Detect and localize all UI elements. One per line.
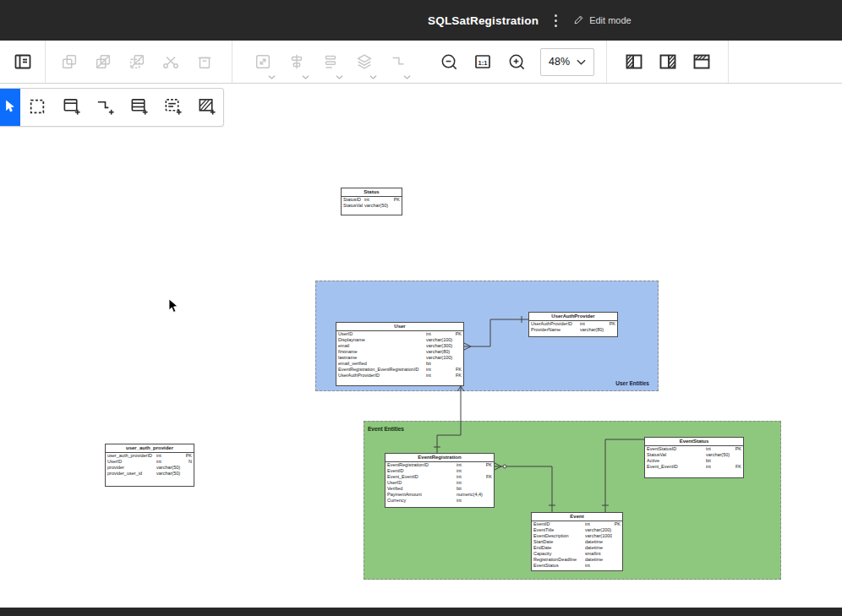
distribute-horizontal-button[interactable]: [280, 41, 314, 83]
column-name: StatusVal: [647, 452, 706, 458]
column-key: [612, 527, 621, 533]
entity-column-row: firstnamevarchar(80): [336, 349, 463, 355]
column-name: email_verified: [338, 361, 426, 367]
zoom-level-select[interactable]: 48%: [540, 48, 594, 76]
column-key: [453, 361, 462, 367]
edit-mode-label: Edit mode: [589, 15, 632, 25]
column-name: EndDate: [533, 545, 585, 551]
zoom-out-button[interactable]: [432, 41, 466, 83]
copy-style-button[interactable]: [86, 41, 120, 83]
entity-event[interactable]: EventEventIDintPKEventTitlevarchar(200)E…: [531, 512, 623, 571]
delete-button[interactable]: [188, 41, 221, 83]
entity-column-row: ProviderNamevarchar(80): [529, 327, 617, 333]
chevron-down-icon: [369, 75, 377, 79]
layers-button[interactable]: [347, 41, 381, 83]
column-type: int: [585, 563, 612, 569]
add-region-icon: [197, 96, 216, 118]
copy-button[interactable]: [52, 41, 86, 83]
left-panel-toggle[interactable]: [617, 41, 651, 83]
entity-column-row: email_verifiedbit: [336, 361, 463, 367]
cut-button[interactable]: [154, 41, 188, 83]
region-label: User Entities: [615, 380, 649, 386]
column-type: numeric(4,4): [457, 492, 484, 498]
column-name: StatusVal: [343, 203, 364, 209]
paste-style-button[interactable]: [120, 41, 154, 83]
entity-column-row: EventTitlevarchar(200): [532, 527, 622, 533]
column-key: [612, 545, 621, 551]
diagram-panel-button[interactable]: [0, 41, 45, 83]
marquee-select-tool[interactable]: [20, 89, 54, 126]
column-name: ProviderName: [531, 327, 580, 333]
entity-title: user_auth_provider: [106, 444, 194, 453]
entity-user-auth-provider[interactable]: user_auth_provideruser_auth_providerIDin…: [105, 444, 194, 487]
toolbar-divider: [606, 41, 607, 83]
svg-text:1:1: 1:1: [478, 59, 488, 67]
column-name: Displayname: [338, 337, 426, 343]
entity-userauthprovider[interactable]: UserAuthProviderUserAuthProviderIDintPKP…: [528, 312, 618, 337]
entity-eventstatus[interactable]: EventStatusEventStatusIDintPKStatusValva…: [644, 437, 744, 478]
entity-status[interactable]: StatusStatusIDintPKStatusValvarchar(50): [341, 188, 402, 215]
column-type: int: [706, 446, 733, 452]
top-panel-toggle[interactable]: [685, 41, 719, 83]
entity-column-row: UserAuthProviderIDintFK: [336, 373, 463, 379]
column-name: EventRegistration_EventRegistrationID: [338, 367, 426, 373]
select-tool[interactable]: [0, 89, 20, 126]
column-key: [612, 563, 621, 569]
column-name: EventID: [387, 468, 457, 474]
column-key: FK: [453, 373, 462, 379]
column-key: [484, 468, 492, 474]
entity-column-row: EventIDintPK: [532, 521, 622, 527]
align-button[interactable]: [314, 41, 347, 83]
connector-style-button[interactable]: [381, 41, 415, 83]
entity-user[interactable]: UserUserIDintPKDisplaynamevarchar(100)em…: [336, 322, 464, 386]
column-type: int: [426, 367, 453, 373]
column-key: [391, 203, 400, 209]
column-type: int: [457, 498, 484, 504]
column-type: bit: [457, 486, 484, 492]
zoom-in-button[interactable]: [500, 41, 533, 83]
entity-eventregistration[interactable]: EventRegistrationEventRegistrationIDintP…: [385, 453, 495, 508]
add-note-icon: [163, 96, 183, 118]
entity-column-row: Activebit: [645, 458, 743, 464]
entity-column-row: StatusValvarchar(50): [342, 203, 402, 209]
column-key: PK: [484, 462, 492, 468]
column-type: smallint: [585, 551, 612, 557]
column-key: [733, 452, 741, 458]
add-region-tool[interactable]: [189, 89, 223, 126]
edit-mode-button[interactable]: Edit mode: [573, 14, 632, 27]
column-key: [612, 539, 621, 545]
entity-title: Event: [532, 513, 622, 521]
column-name: UserAuthProviderID: [531, 321, 580, 327]
add-table-tool[interactable]: [54, 89, 88, 126]
actual-size-button[interactable]: 1:1: [466, 41, 500, 83]
add-note-tool[interactable]: [156, 89, 189, 126]
entity-column-row: user_auth_providerIDintPK: [106, 453, 194, 459]
entity-column-row: StatusIDintPK: [342, 197, 402, 203]
column-key: [183, 471, 192, 477]
entity-column-row: UserIDintN: [106, 459, 194, 465]
column-type: varchar(50): [364, 203, 391, 209]
right-panel-toggle[interactable]: [651, 41, 685, 83]
add-rows-table-tool[interactable]: [122, 89, 156, 126]
column-key: [733, 458, 741, 464]
entity-title: Status: [342, 188, 402, 197]
kebab-menu-icon[interactable]: [551, 11, 560, 30]
column-name: Event_EventID: [387, 474, 457, 480]
add-relationship-tool[interactable]: [88, 89, 122, 126]
column-name: Event_EventID: [647, 464, 706, 470]
column-type: varchar(100): [426, 337, 453, 343]
zoom-level-value: 48%: [549, 56, 570, 68]
entity-column-row: EventIDint: [385, 468, 494, 474]
entity-column-row: StartDatedatetime: [532, 539, 622, 545]
column-type: int: [457, 462, 484, 468]
column-name: PaymentAmount: [387, 492, 457, 498]
add-table-icon: [62, 96, 81, 118]
column-type: datetime: [585, 557, 612, 563]
column-type: varchar(50): [156, 471, 183, 477]
resize-button[interactable]: [246, 41, 280, 83]
column-type: int: [426, 331, 453, 337]
add-relationship-icon: [96, 96, 115, 118]
column-name: EventTitle: [533, 527, 585, 533]
column-key: PK: [183, 453, 192, 459]
entity-column-row: EventRegistration_EventRegistrationIDint…: [336, 367, 463, 373]
